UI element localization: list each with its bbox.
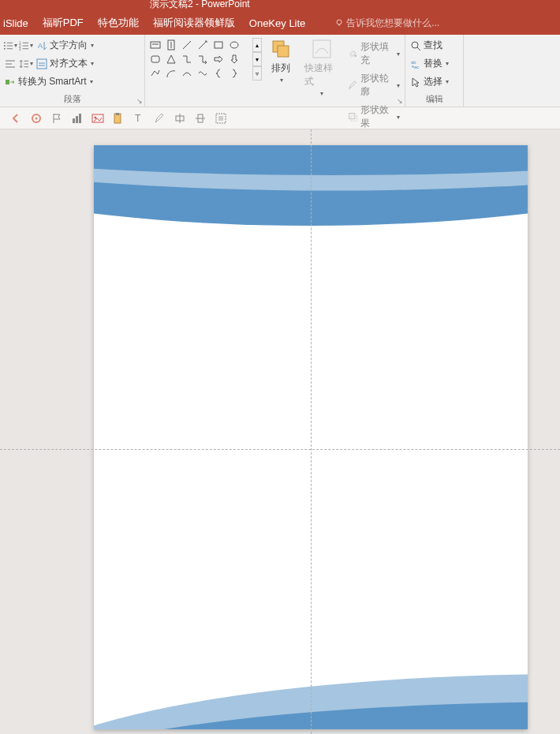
qat-chart-icon[interactable] [71,112,84,125]
svg-point-37 [355,54,357,57]
pointer-icon [410,77,421,88]
svg-text:T: T [135,113,141,124]
chevron-down-icon: ▾ [90,78,93,85]
tab-onekey[interactable]: OneKey Lite [249,17,306,29]
select-button[interactable]: 选择▾ [409,74,460,89]
gallery-more[interactable]: ▿ [252,66,262,81]
quick-styles-label: 快速样式 [304,62,338,88]
qat-flag-icon[interactable] [50,112,63,125]
arrange-label: 排列 [271,62,290,75]
guide-horizontal [0,449,560,450]
shape-triangle[interactable] [164,52,178,66]
qat-image-icon[interactable] [91,112,104,125]
shapes-gallery[interactable] [148,38,252,81]
shape-fill-button[interactable]: 形状填充▾ [346,39,401,68]
line-spacing-button[interactable]: ▾ [19,57,33,71]
shape-arc[interactable] [164,66,178,81]
find-button[interactable]: 查找 [409,38,460,53]
shape-elbow[interactable] [180,52,194,66]
svg-point-40 [412,42,418,48]
find-label: 查找 [424,39,442,52]
shape-line[interactable] [180,38,194,52]
svg-point-2 [4,42,6,43]
group-editing-label: 编辑 [409,92,460,105]
tab-islide[interactable]: iSlide [3,17,28,29]
tab-special[interactable]: 特色功能 [98,16,139,30]
chevron-down-icon: ▾ [91,60,94,67]
shape-vtextbox[interactable] [164,38,178,52]
shape-wave[interactable] [196,66,210,81]
shape-effects-label: 形状效果 [360,103,394,130]
shape-brace-right[interactable] [227,66,241,81]
qat-target-icon[interactable] [30,112,43,125]
quick-styles-button[interactable]: 快速样式 ▾ [300,38,343,97]
svg-rect-21 [37,59,47,69]
text-direction-icon: A [36,40,47,51]
svg-rect-25 [151,42,160,48]
shape-curve[interactable] [180,66,194,81]
drawing-dialog-launcher[interactable]: ↘ [397,97,403,105]
svg-line-30 [199,41,207,49]
gallery-scroll-down[interactable]: ▾ [252,52,262,66]
qat-back-icon[interactable] [9,112,22,125]
ribbon: ▾ 123▾ A 文字方向▾ ▾ 对齐文本▾ 转换为 SmartArt▾ [0,35,560,107]
align-text-button[interactable]: 对齐文本▾ [35,56,95,71]
qat-text-icon[interactable]: T [133,112,145,125]
align-text-icon [36,58,47,69]
bulb-icon [335,19,343,27]
app-title: 演示文稿2 - PowerPoint [150,0,250,9]
tab-foxit-pdf[interactable]: 福昕PDF [43,16,84,30]
tell-me-label: 告诉我您想要做什么... [346,17,439,30]
replace-button[interactable]: abac 替换▾ [409,56,460,71]
effects-icon [348,111,357,122]
tab-foxit-reader[interactable]: 福昕阅读器领鲜版 [153,16,235,30]
text-direction-button[interactable]: A 文字方向▾ [35,38,95,53]
svg-line-41 [417,47,420,51]
svg-text:ac: ac [414,65,419,69]
qat-paste-icon[interactable] [112,112,125,125]
pen-icon [348,80,357,91]
svg-point-32 [230,42,238,48]
paragraph-dialog-launcher[interactable]: ↘ [136,97,143,105]
group-editing: 查找 abac 替换▾ 选择▾ 编辑 [405,35,464,107]
align-left-button[interactable] [3,57,17,71]
chevron-down-icon: ▾ [91,42,94,49]
svg-rect-39 [352,115,357,121]
shape-outline-label: 形状轮廓 [360,72,394,99]
quick-styles-icon [311,38,333,60]
arrange-button[interactable]: 排列 ▾ [265,38,297,84]
shape-block-arrow-right[interactable] [211,52,226,66]
tell-me-search[interactable]: 告诉我您想要做什么... [335,17,439,30]
bucket-icon [348,48,357,59]
shape-effects-button[interactable]: 形状效果▾ [346,103,401,131]
shape-fill-label: 形状填充 [360,40,394,67]
select-label: 选择 [424,75,442,88]
convert-smartart-label: 转换为 SmartArt [18,75,87,88]
svg-rect-33 [151,56,159,62]
shape-block-arrow-down[interactable] [227,52,241,66]
shape-freeform[interactable] [148,66,162,81]
convert-smartart-button[interactable]: 转换为 SmartArt▾ [3,74,95,89]
shape-brace-left[interactable] [211,66,226,81]
svg-rect-24 [6,80,9,84]
numbering-button[interactable]: 123▾ [19,39,33,53]
chevron-down-icon: ▾ [397,114,400,121]
align-text-label: 对齐文本 [50,57,88,70]
svg-rect-49 [79,114,81,123]
shape-oval[interactable] [227,38,241,52]
replace-icon: abac [410,58,421,69]
smartart-icon [5,77,16,88]
shape-arrow-line[interactable] [196,38,210,52]
chevron-down-icon: ▾ [14,42,17,49]
shape-roundrect[interactable] [148,52,162,66]
chevron-down-icon: ▾ [280,77,283,84]
chevron-down-icon: ▾ [320,90,323,97]
workspace[interactable] [0,129,560,734]
shape-textbox[interactable] [148,38,162,52]
shape-elbow-arrow[interactable] [196,52,210,66]
shape-outline-button[interactable]: 形状轮廓▾ [346,71,401,99]
gallery-scroll-up[interactable]: ▴ [252,38,262,52]
bullets-button[interactable]: ▾ [3,39,17,53]
shape-rect[interactable] [211,38,226,52]
chevron-down-icon: ▾ [446,78,449,85]
